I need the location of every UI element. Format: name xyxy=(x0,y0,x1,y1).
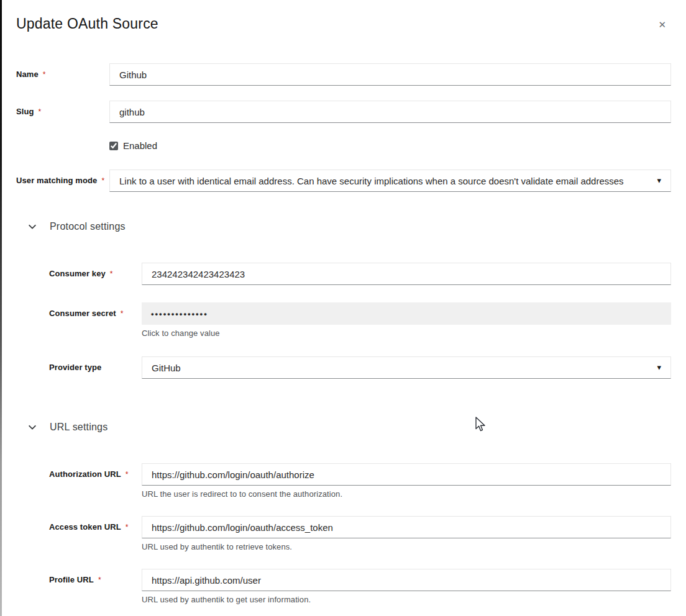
access-token-url-row: Access token URL* URL used by authentik … xyxy=(49,516,671,551)
required-marker: * xyxy=(39,107,42,116)
consumer-secret-field-group: •••••••••••••• Click to change value xyxy=(142,302,671,338)
chevron-down-icon xyxy=(28,423,37,432)
consumer-key-input[interactable] xyxy=(142,263,671,285)
slug-field-row: Slug* xyxy=(16,101,671,123)
slug-label: Slug* xyxy=(16,101,109,116)
enabled-checkbox[interactable] xyxy=(109,142,118,150)
required-marker: * xyxy=(126,470,129,479)
close-icon[interactable]: ✕ xyxy=(656,17,669,32)
consumer-secret-masked-value[interactable]: •••••••••••••• xyxy=(142,302,671,325)
required-marker: * xyxy=(110,270,113,278)
name-field-row: Name* xyxy=(16,63,671,86)
profile-url-helper: URL used by authentik to get user inform… xyxy=(142,595,671,604)
provider-type-row: Provider type ▾ xyxy=(49,356,671,379)
protocol-settings-section-toggle[interactable]: Protocol settings xyxy=(16,219,671,234)
oauth-source-form: Name* Slug* Enabled User matching mode* … xyxy=(0,63,686,616)
name-input[interactable] xyxy=(109,63,671,86)
protocol-settings-section-body: Consumer key* Consumer secret* •••••••••… xyxy=(16,263,671,379)
profile-url-row: Profile URL* URL used by authentik to ge… xyxy=(49,569,671,604)
provider-type-select[interactable] xyxy=(142,356,671,379)
required-marker: * xyxy=(43,70,46,79)
chevron-down-icon xyxy=(28,222,37,231)
enabled-label[interactable]: Enabled xyxy=(123,140,157,151)
user-matching-mode-label: User matching mode* xyxy=(16,170,109,185)
consumer-secret-row: Consumer secret* •••••••••••••• Click to… xyxy=(49,302,671,338)
authorization-url-input[interactable] xyxy=(142,463,671,486)
enabled-spacer xyxy=(16,138,109,144)
profile-url-field-group: URL used by authentik to get user inform… xyxy=(142,569,671,604)
name-label: Name* xyxy=(16,63,109,79)
user-matching-mode-select-wrap: ▾ xyxy=(109,170,671,192)
section-title: Protocol settings xyxy=(50,219,126,234)
required-marker: * xyxy=(98,576,101,584)
authorization-url-field-group: URL the user is redirect to to consent t… xyxy=(142,463,671,499)
url-settings-section-toggle[interactable]: URL settings xyxy=(16,420,671,435)
access-token-url-field-group: URL used by authentik to retrieve tokens… xyxy=(142,516,671,551)
authorization-url-helper: URL the user is redirect to to consent t… xyxy=(142,489,671,499)
section-title: URL settings xyxy=(50,420,107,435)
authorization-url-row: Authorization URL* URL the user is redir… xyxy=(49,463,671,499)
required-marker: * xyxy=(126,523,129,532)
enabled-checkbox-row: Enabled xyxy=(109,138,671,151)
profile-url-input[interactable] xyxy=(142,569,671,591)
access-token-url-input[interactable] xyxy=(142,516,671,538)
consumer-secret-helper: Click to change value xyxy=(142,328,671,338)
modal-header: Update OAuth Source ✕ xyxy=(0,0,686,32)
authorization-url-label: Authorization URL* xyxy=(49,463,142,479)
consumer-key-label: Consumer key* xyxy=(49,263,142,278)
profile-url-label: Profile URL* xyxy=(49,569,142,584)
slug-input[interactable] xyxy=(109,101,671,123)
access-token-url-helper: URL used by authentik to retrieve tokens… xyxy=(142,542,671,551)
page-title: Update OAuth Source xyxy=(16,15,158,32)
url-settings-section-body: Authorization URL* URL the user is redir… xyxy=(16,463,671,604)
access-token-url-label: Access token URL* xyxy=(49,516,142,532)
provider-type-select-wrap: ▾ xyxy=(142,356,671,379)
user-matching-mode-select[interactable] xyxy=(109,170,671,192)
provider-type-label: Provider type xyxy=(49,356,142,372)
consumer-secret-label: Consumer secret* xyxy=(49,302,142,318)
window-left-edge xyxy=(0,0,2,616)
required-marker: * xyxy=(101,176,104,185)
required-marker: * xyxy=(121,309,124,318)
consumer-key-row: Consumer key* xyxy=(49,263,671,285)
user-matching-mode-row: User matching mode* ▾ xyxy=(16,170,671,192)
enabled-field-row: Enabled xyxy=(16,138,671,151)
